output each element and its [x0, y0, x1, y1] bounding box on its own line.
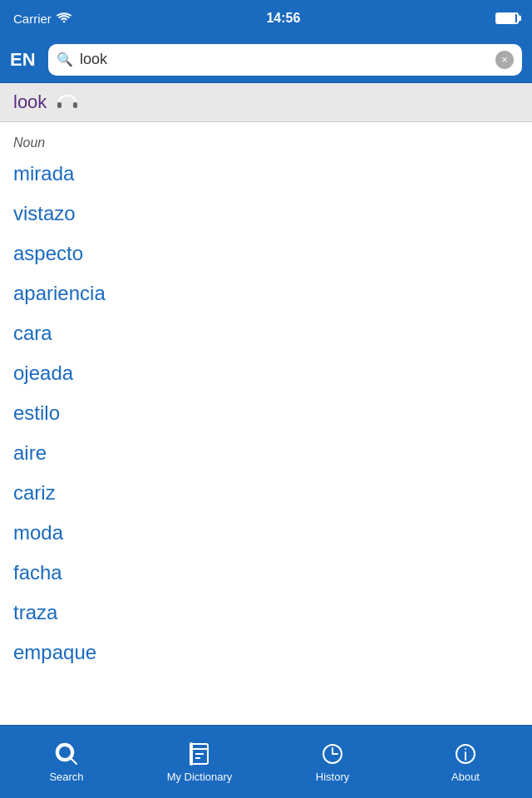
info-tab-icon [452, 741, 479, 767]
tab-search[interactable]: Search [0, 726, 133, 798]
headphones-icon [57, 92, 78, 109]
svg-rect-0 [57, 102, 62, 108]
clock-tab-icon [319, 741, 346, 767]
clear-button[interactable]: × [495, 51, 514, 69]
word-header: look [0, 83, 532, 122]
list-item[interactable]: estilo [0, 393, 532, 433]
tab-history[interactable]: History [266, 726, 399, 798]
results-list: Noun miradavistazoaspectoaparienciacarao… [0, 122, 532, 726]
search-icon: 🔍 [57, 52, 73, 67]
word-title: look [13, 91, 47, 113]
status-bar: Carrier 14:56 [0, 0, 532, 37]
list-item[interactable]: moda [0, 513, 532, 553]
tab-bar: Search My Dictionary History [0, 725, 532, 798]
tab-history-label: History [316, 771, 349, 783]
tab-search-label: Search [49, 771, 83, 783]
list-item[interactable]: apariencia [0, 273, 532, 313]
list-item[interactable]: traza [0, 593, 532, 633]
list-item[interactable]: aspecto [0, 234, 532, 273]
search-header: EN 🔍 look × [0, 37, 532, 83]
part-of-speech: Noun [0, 129, 532, 154]
list-item[interactable]: cariz [0, 473, 532, 513]
list-item[interactable]: cara [0, 313, 532, 353]
tab-my-dictionary-label: My Dictionary [167, 771, 233, 783]
list-item[interactable]: empaque [0, 633, 532, 672]
carrier-label: Carrier [13, 12, 52, 26]
tab-about-label: About [451, 771, 480, 783]
svg-point-14 [465, 748, 466, 750]
clear-icon: × [501, 53, 508, 66]
search-tab-icon [53, 741, 80, 767]
battery-indicator [495, 12, 519, 24]
list-item[interactable]: aire [0, 433, 532, 473]
book-tab-icon [186, 741, 213, 767]
svg-rect-1 [73, 102, 77, 108]
audio-button[interactable] [57, 92, 78, 113]
list-item[interactable]: facha [0, 553, 532, 593]
language-label: EN [10, 49, 40, 71]
tab-about[interactable]: About [399, 726, 532, 798]
list-item[interactable]: mirada [0, 154, 532, 194]
list-item[interactable]: vistazo [0, 194, 532, 234]
search-box[interactable]: 🔍 look × [48, 44, 522, 76]
wifi-icon [57, 12, 71, 24]
carrier-info: Carrier [13, 12, 71, 26]
tab-my-dictionary[interactable]: My Dictionary [133, 726, 266, 798]
list-item[interactable]: ojeada [0, 353, 532, 393]
status-time: 14:56 [266, 11, 300, 26]
search-input-value[interactable]: look [80, 51, 489, 68]
